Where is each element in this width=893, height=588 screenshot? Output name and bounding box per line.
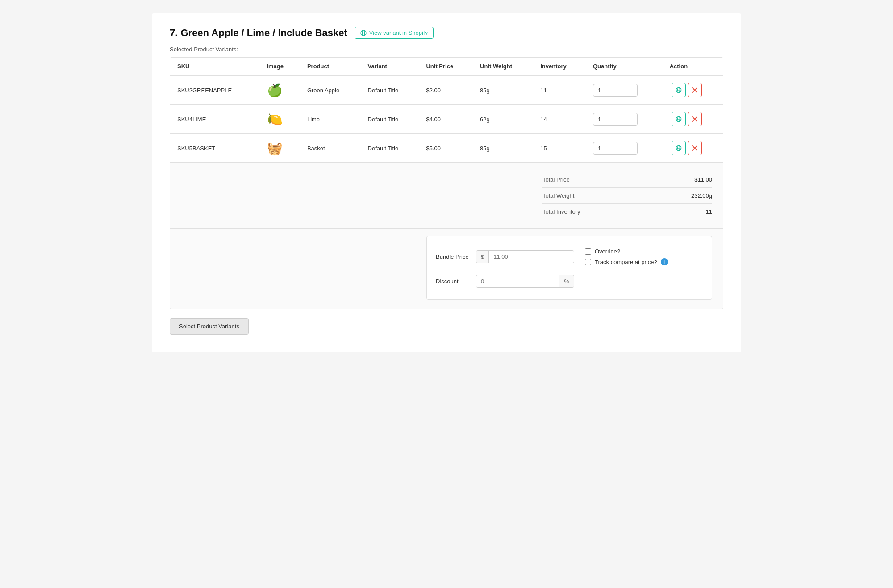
totals-inner: Total Price $11.00 Total Weight 232.00g … <box>542 172 712 219</box>
bundle-cell: Bundle Price $ Override? <box>170 229 723 309</box>
track-compare-checkbox[interactable] <box>585 259 591 265</box>
cell-variant: Default Title <box>361 75 419 105</box>
cell-unit-price: $2.00 <box>419 75 473 105</box>
table-row: SKU2GREENAPPLE 🍏 Green Apple Default Tit… <box>170 75 723 105</box>
override-section: Override? Track compare at price? i <box>585 248 668 265</box>
info-icon[interactable]: i <box>661 258 668 265</box>
col-product: Product <box>300 58 361 75</box>
remove-button[interactable] <box>688 141 702 155</box>
col-variant: Variant <box>361 58 419 75</box>
col-sku: SKU <box>170 58 259 75</box>
view-shopify-button[interactable] <box>672 141 686 155</box>
selected-label: Selected Product Variants: <box>170 46 723 53</box>
action-buttons <box>670 112 716 126</box>
cell-product: Basket <box>300 134 361 163</box>
quantity-input[interactable] <box>593 113 638 126</box>
cell-quantity <box>586 75 663 105</box>
globe-icon <box>676 87 682 93</box>
totals-section: Total Price $11.00 Total Weight 232.00g … <box>170 163 723 228</box>
price-prefix: $ <box>476 251 489 263</box>
globe-icon <box>676 145 682 151</box>
shopify-link-label: View variant in Shopify <box>369 29 428 36</box>
remove-button[interactable] <box>688 83 702 97</box>
totals-row: Total Price $11.00 Total Weight 232.00g … <box>170 163 723 229</box>
track-compare-label: Track compare at price? <box>595 259 657 265</box>
quantity-input[interactable] <box>593 142 638 155</box>
total-inventory-value: 11 <box>706 208 712 215</box>
cell-unit-price: $4.00 <box>419 105 473 134</box>
cell-variant: Default Title <box>361 105 419 134</box>
col-unit-price: Unit Price <box>419 58 473 75</box>
globe-icon <box>676 116 682 122</box>
action-buttons <box>670 83 716 97</box>
cell-product: Green Apple <box>300 75 361 105</box>
page-container: 7. Green Apple / Lime / Include Basket V… <box>152 13 741 352</box>
col-action: Action <box>663 58 723 75</box>
cell-unit-price: $5.00 <box>419 134 473 163</box>
totals-cell: Total Price $11.00 Total Weight 232.00g … <box>170 163 723 229</box>
action-buttons <box>670 141 716 155</box>
total-price-value: $11.00 <box>694 176 712 183</box>
cell-sku: SKU4LIME <box>170 105 259 134</box>
select-variants-button[interactable]: Select Product Variants <box>170 318 249 335</box>
col-unit-weight: Unit Weight <box>473 58 533 75</box>
table-container: SKU Image Product Variant Unit Price Uni… <box>170 57 723 309</box>
bundle-inner: Bundle Price $ Override? <box>426 236 712 300</box>
cell-action <box>663 105 723 134</box>
globe-icon <box>360 30 367 36</box>
cell-image: 🧺 <box>259 134 300 163</box>
bundle-price-row: Bundle Price $ Override? <box>436 244 703 270</box>
discount-input-wrap: % <box>476 275 574 288</box>
view-shopify-button[interactable] <box>672 83 686 97</box>
col-image: Image <box>259 58 300 75</box>
quantity-input[interactable] <box>593 84 638 97</box>
discount-suffix: % <box>559 275 574 287</box>
col-inventory: Inventory <box>533 58 586 75</box>
cell-product: Lime <box>300 105 361 134</box>
discount-row: Discount % <box>436 270 703 292</box>
table-row: SKU5BASKET 🧺 Basket Default Title $5.00 … <box>170 134 723 163</box>
bundle-price-input[interactable] <box>489 251 574 263</box>
cell-variant: Default Title <box>361 134 419 163</box>
page-title: 7. Green Apple / Lime / Include Basket <box>170 27 347 39</box>
shopify-link-button[interactable]: View variant in Shopify <box>355 27 434 39</box>
cell-unit-weight: 62g <box>473 105 533 134</box>
bundle-price-input-wrap: $ <box>476 250 574 263</box>
total-weight-label: Total Weight <box>542 192 574 199</box>
cell-inventory: 11 <box>533 75 586 105</box>
view-shopify-button[interactable] <box>672 112 686 126</box>
col-quantity: Quantity <box>586 58 663 75</box>
track-compare-line: Track compare at price? i <box>585 258 668 265</box>
product-image: 🧺 <box>267 140 283 156</box>
cell-unit-weight: 85g <box>473 134 533 163</box>
x-icon <box>692 87 697 93</box>
cell-image: 🍋 <box>259 105 300 134</box>
cell-action <box>663 75 723 105</box>
variants-table: SKU Image Product Variant Unit Price Uni… <box>170 58 723 309</box>
cell-inventory: 14 <box>533 105 586 134</box>
cell-sku: SKU5BASKET <box>170 134 259 163</box>
override-label: Override? <box>595 248 620 255</box>
cell-quantity <box>586 134 663 163</box>
override-line: Override? <box>585 248 668 255</box>
x-icon <box>692 145 697 151</box>
discount-input[interactable] <box>476 275 559 287</box>
total-inventory-line: Total Inventory 11 <box>542 204 712 219</box>
cell-quantity <box>586 105 663 134</box>
remove-button[interactable] <box>688 112 702 126</box>
cell-action <box>663 134 723 163</box>
table-header-row: SKU Image Product Variant Unit Price Uni… <box>170 58 723 75</box>
bundle-section: Bundle Price $ Override? <box>170 229 723 309</box>
x-icon <box>692 116 697 122</box>
override-checkbox[interactable] <box>585 248 591 255</box>
product-image: 🍋 <box>267 111 283 127</box>
total-weight-line: Total Weight 232.00g <box>542 188 712 204</box>
total-inventory-label: Total Inventory <box>542 208 580 215</box>
page-header: 7. Green Apple / Lime / Include Basket V… <box>170 27 723 39</box>
total-price-label: Total Price <box>542 176 570 183</box>
cell-image: 🍏 <box>259 75 300 105</box>
product-image: 🍏 <box>267 82 283 98</box>
cell-inventory: 15 <box>533 134 586 163</box>
bundle-row: Bundle Price $ Override? <box>170 229 723 309</box>
table-row: SKU4LIME 🍋 Lime Default Title $4.00 62g … <box>170 105 723 134</box>
